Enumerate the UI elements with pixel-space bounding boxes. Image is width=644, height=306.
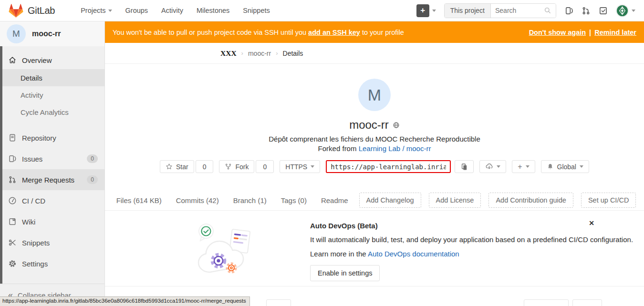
search-scope-label[interactable]: This project: [445, 4, 491, 18]
add-ssh-key-link[interactable]: add an SSH key: [308, 29, 360, 36]
forked-from-link[interactable]: Learning Lab / mooc-rr: [359, 144, 431, 153]
auto-devops-docs-link[interactable]: Auto DevOps documentation: [368, 250, 459, 258]
snippets-scissors-icon: [8, 238, 17, 247]
enable-in-settings-button[interactable]: Enable in settings: [310, 265, 380, 281]
sidebar-item-label: Cycle Analytics: [21, 108, 69, 116]
add-changelog-button[interactable]: Add Changelog: [359, 193, 421, 208]
sidebar-item-ci-cd[interactable]: CI / CD: [0, 190, 104, 211]
nav-snippets[interactable]: Snippets: [243, 7, 270, 14]
sidebar-project-header[interactable]: M mooc-rr: [0, 21, 104, 46]
topnav-right: + This project: [416, 3, 635, 18]
plus-icon: +: [518, 163, 522, 171]
new-dropdown-button[interactable]: +: [416, 4, 436, 17]
partial-button[interactable]: [524, 299, 569, 306]
plus-icon: +: [416, 4, 429, 17]
breadcrumb-namespace[interactable]: XXX: [220, 49, 237, 58]
protocol-dropdown[interactable]: HTTPS: [280, 160, 320, 173]
nav-groups[interactable]: Groups: [125, 7, 148, 14]
fork-icon: [225, 163, 232, 170]
sidebar-item-label: Issues: [22, 155, 42, 163]
search-box: [491, 4, 556, 18]
breadcrumb-current[interactable]: Details: [283, 50, 303, 57]
tab-commits[interactable]: Commits (42): [173, 196, 222, 204]
sidebar-item-settings[interactable]: Settings: [0, 253, 104, 274]
chevron-down-icon: [432, 10, 436, 12]
banner-divider: |: [589, 29, 591, 36]
clone-url-input[interactable]: [326, 160, 451, 173]
ssh-warning-suffix: to your profile: [360, 29, 404, 36]
sidebar-item-details[interactable]: Details: [0, 69, 104, 86]
sidebar-item-label: Snippets: [22, 239, 50, 247]
chevron-down-icon: [632, 10, 635, 12]
sidebar-item-wiki[interactable]: Wiki: [0, 211, 104, 232]
fork-button[interactable]: Fork: [219, 160, 254, 173]
sidebar-scroll-strip[interactable]: [0, 46, 2, 284]
top-navbar: GitLab Projects Groups Activity Mileston…: [0, 0, 644, 21]
fork-count[interactable]: 0: [256, 160, 274, 173]
dont-show-again-link[interactable]: Don't show again: [529, 29, 586, 36]
fork-label: Fork: [235, 163, 249, 171]
sidebar-item-snippets[interactable]: Snippets: [0, 232, 104, 253]
partial-button[interactable]: [266, 299, 291, 306]
sidebar-item-issues[interactable]: Issues 0: [0, 148, 104, 169]
ssh-warning-prefix: You won't be able to pull or push projec…: [113, 29, 308, 36]
user-menu[interactable]: [616, 4, 635, 17]
gitlab-tanuki-icon: [9, 3, 23, 18]
breadcrumb-project[interactable]: mooc-rr: [248, 50, 271, 57]
star-button[interactable]: Star: [160, 160, 194, 173]
search-input[interactable]: [495, 7, 543, 14]
tab-readme[interactable]: Readme: [318, 196, 352, 204]
download-cloud-icon: [485, 163, 493, 171]
wiki-book-icon: [8, 217, 17, 226]
todos-icon[interactable]: [599, 6, 608, 15]
sidebar-item-activity[interactable]: Activity: [0, 86, 104, 103]
sidebar-item-repository[interactable]: Repository: [0, 127, 104, 148]
tab-files[interactable]: Files (614 KB): [113, 196, 165, 204]
project-description: Dépôt comprenant les fichiers du MOOC Re…: [105, 135, 644, 143]
nav-milestones[interactable]: Milestones: [197, 7, 229, 14]
close-icon[interactable]: ✕: [589, 219, 594, 227]
merge-requests-count-badge: 0: [87, 175, 98, 184]
download-dropdown[interactable]: [479, 160, 506, 173]
project-title-row: mooc-rr: [105, 118, 644, 132]
issues-icon: [8, 154, 17, 163]
sidebar-item-label: Wiki: [22, 218, 35, 226]
sidebar-item-cycle-analytics[interactable]: Cycle Analytics: [0, 103, 104, 121]
nav-projects[interactable]: Projects: [81, 7, 112, 14]
auto-devops-banner: Auto DevOps (Beta) It will automatically…: [105, 211, 644, 286]
add-file-dropdown[interactable]: +: [512, 160, 535, 173]
auto-devops-learn-line: Learn more in the Auto DevOps documentat…: [310, 250, 633, 258]
auto-devops-content: Auto DevOps (Beta) It will automatically…: [310, 219, 633, 286]
main-content: XXX › mooc-rr › Details M mooc-rr Dépôt …: [105, 21, 644, 306]
search-icon: [544, 7, 551, 14]
breadcrumb-separator-icon: ›: [276, 50, 278, 57]
tab-tags[interactable]: Tags (0): [278, 196, 310, 204]
sidebar-project-name: mooc-rr: [32, 30, 61, 38]
tab-branch[interactable]: Branch (1): [230, 196, 270, 204]
star-count[interactable]: 0: [196, 160, 214, 173]
breadcrumb: XXX › mooc-rr › Details: [105, 43, 644, 64]
banner-actions: Don't show again | Remind later: [529, 29, 636, 36]
remind-later-link[interactable]: Remind later: [594, 29, 636, 36]
nav-activity[interactable]: Activity: [161, 7, 183, 14]
sidebar-item-label: Settings: [22, 260, 48, 268]
star-group: Star 0: [160, 160, 213, 173]
add-license-button[interactable]: Add License: [429, 193, 481, 208]
partial-button[interactable]: [572, 299, 602, 306]
merge-requests-icon[interactable]: [582, 6, 591, 15]
sidebar-item-merge-requests[interactable]: Merge Requests 0: [0, 169, 104, 190]
chevron-down-icon: [311, 165, 314, 168]
setup-cicd-button[interactable]: Set up CI/CD: [581, 193, 636, 208]
auto-devops-illustration: [195, 219, 257, 281]
gitlab-logo[interactable]: GitLab: [9, 3, 55, 18]
sidebar-spacer: [0, 121, 104, 127]
copy-url-button[interactable]: [455, 160, 474, 173]
notification-dropdown[interactable]: Global: [541, 160, 589, 173]
issue-board-icon[interactable]: [564, 6, 573, 15]
forked-from-line: Forked from Learning Lab / mooc-rr: [105, 144, 644, 153]
sidebar-item-overview[interactable]: Overview: [0, 51, 104, 69]
fork-group: Fork 0: [219, 160, 274, 173]
add-contribution-guide-button[interactable]: Add Contribution guide: [488, 193, 573, 208]
brand-name: GitLab: [28, 5, 55, 16]
clipboard-copy-icon: [460, 163, 468, 171]
